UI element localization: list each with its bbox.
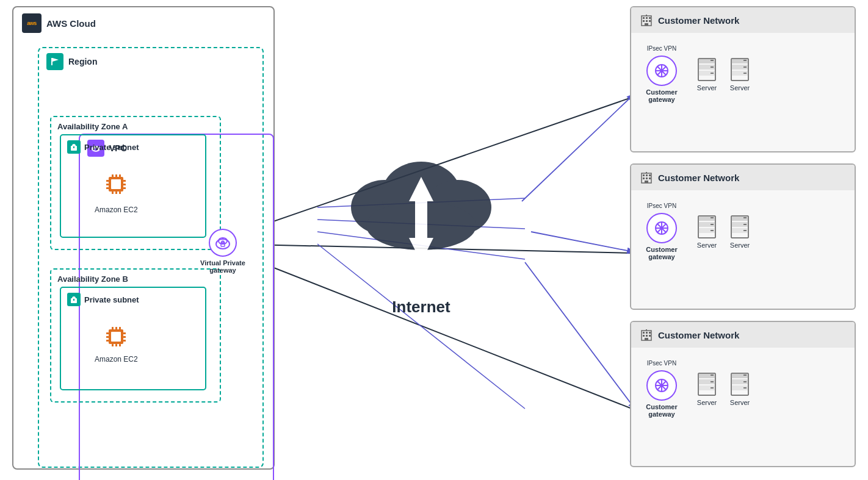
server-icon-3b (729, 372, 751, 396)
svg-rect-33 (112, 174, 114, 177)
server-3b-label: Server (730, 399, 750, 406)
server-1a-label: Server (697, 84, 717, 91)
vpg-container: Virtual Private gateway (198, 229, 247, 274)
svg-rect-36 (112, 192, 114, 194)
cg-2-group: IPsec VPN Customer gateway (640, 202, 684, 260)
svg-rect-142 (731, 373, 748, 378)
svg-rect-123 (649, 332, 651, 334)
svg-rect-69 (646, 20, 648, 22)
vpg-icon (209, 229, 237, 257)
customer-network-2: Customer Network IPsec VPN Customer gate… (630, 163, 856, 310)
svg-rect-26 (111, 179, 121, 189)
subnet-a-icon (67, 140, 81, 154)
cg-1-group: IPsec VPN Customer gateway (640, 45, 684, 103)
server-icon-2a (696, 215, 718, 239)
svg-rect-27 (106, 180, 109, 182)
svg-rect-126 (649, 335, 651, 337)
server-icon-2b (729, 215, 751, 239)
az-a-label: Availability Zone A (57, 122, 128, 131)
svg-line-7 (531, 232, 634, 252)
cg-1-icon (646, 56, 677, 86)
cn-3-title: Customer Network (658, 330, 739, 340)
region-label: Region (46, 53, 97, 70)
subnet-b-label: Private subnet (67, 293, 139, 306)
server-group-1: Server Server (696, 57, 751, 91)
svg-rect-99 (645, 181, 648, 183)
cg-1-label: Customer gateway (640, 88, 684, 103)
svg-marker-62 (409, 238, 433, 262)
server-2b-label: Server (730, 242, 750, 249)
svg-rect-47 (112, 327, 114, 329)
svg-rect-49 (119, 327, 121, 329)
svg-rect-68 (643, 20, 645, 22)
cn-3-content: IPsec VPN Customer gateway (631, 348, 855, 430)
svg-rect-124 (643, 335, 645, 337)
svg-rect-122 (646, 332, 648, 334)
server-group-3: Server Server (696, 372, 751, 406)
server-group-2: Server Server (696, 215, 751, 249)
svg-rect-67 (649, 17, 651, 19)
svg-rect-97 (646, 177, 648, 179)
svg-rect-95 (649, 174, 651, 176)
cn-2-header: Customer Network (631, 165, 855, 190)
svg-rect-44 (123, 332, 126, 334)
building-icon-1 (640, 13, 653, 27)
svg-rect-65 (643, 17, 645, 19)
cg-3-group: IPsec VPN Customer gateway (640, 360, 684, 418)
svg-rect-86 (731, 59, 748, 63)
server-3a-label: Server (697, 399, 717, 406)
server-1a: Server (696, 57, 718, 91)
svg-point-21 (73, 146, 74, 148)
svg-point-24 (73, 299, 74, 300)
svg-rect-107 (698, 216, 715, 221)
cg-3-icon (646, 370, 677, 401)
diagram-container: aws AWS Cloud Region (0, 0, 868, 480)
ec2-a-container: Amazon EC2 (95, 171, 138, 214)
svg-rect-66 (646, 17, 648, 19)
cn-2-title: Customer Network (658, 173, 739, 183)
ec2-b-container: Amazon EC2 (95, 323, 138, 364)
svg-rect-50 (112, 344, 114, 346)
server-2b: Server (729, 215, 751, 249)
server-icon-1b (729, 57, 751, 82)
svg-rect-79 (698, 59, 715, 63)
cn-3-header: Customer Network (631, 322, 855, 348)
internet-label: Internet (392, 298, 450, 317)
svg-rect-121 (643, 332, 645, 334)
server-icon-3a (696, 372, 718, 396)
ec2-a-icon (103, 171, 129, 203)
svg-rect-37 (115, 192, 117, 194)
cn-1-title: Customer Network (658, 15, 739, 26)
svg-rect-63 (415, 220, 427, 238)
svg-rect-29 (106, 187, 109, 189)
region-icon (46, 53, 63, 70)
svg-rect-125 (646, 335, 648, 337)
svg-rect-34 (115, 174, 117, 177)
svg-marker-14 (52, 58, 59, 62)
server-3b: Server (729, 372, 751, 406)
svg-rect-71 (645, 23, 648, 26)
svg-rect-127 (645, 338, 648, 340)
cn-1-header: Customer Network (631, 7, 855, 33)
cn-2-content: IPsec VPN Customer gateway (631, 190, 855, 273)
building-icon-3 (640, 328, 653, 342)
ec2-a-label: Amazon EC2 (95, 206, 138, 214)
customer-network-3: Customer Network IPsec VPN Customer gate… (630, 321, 856, 467)
svg-rect-135 (698, 373, 715, 378)
svg-rect-93 (643, 174, 645, 176)
svg-rect-32 (123, 187, 126, 189)
az-b-label: Availability Zone B (57, 274, 128, 284)
server-3a: Server (696, 372, 718, 406)
svg-rect-114 (731, 216, 748, 221)
vpg-label: Virtual Private gateway (198, 259, 247, 274)
ipsec-1-label: IPsec VPN (647, 45, 676, 52)
internet-cloud-icon (324, 134, 519, 293)
svg-rect-30 (123, 180, 126, 182)
svg-rect-43 (106, 340, 109, 342)
cg-3-label: Customer gateway (640, 403, 684, 418)
server-2a-label: Server (697, 242, 717, 249)
svg-rect-41 (106, 332, 109, 334)
svg-rect-52 (119, 344, 121, 346)
svg-line-6 (522, 95, 634, 201)
ec2-b-icon (103, 323, 129, 353)
